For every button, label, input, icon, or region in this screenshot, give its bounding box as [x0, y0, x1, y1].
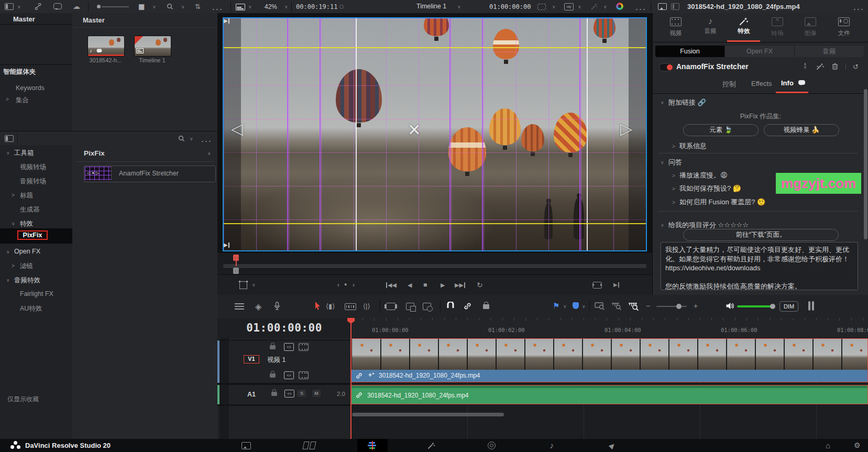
more-options-icon[interactable]	[213, 5, 222, 12]
chevron-down-icon[interactable]	[603, 5, 607, 9]
dim-audio-button[interactable]: DIM	[779, 301, 798, 312]
lock-icon[interactable]	[270, 345, 276, 349]
chevron-down-icon[interactable]	[248, 5, 252, 9]
viewer-scrub-bar[interactable]	[217, 253, 652, 274]
chevron-down-icon[interactable]	[661, 223, 664, 228]
download-page-button[interactable]: 前往“下载”页面。	[683, 229, 839, 241]
video-clip-selected[interactable]: ++ 3018542-hd_1920_1080_24fps.mp4	[351, 338, 868, 382]
annotations-icon[interactable]	[53, 3, 62, 9]
tab-file[interactable]: 文件	[829, 17, 859, 37]
page-media[interactable]	[232, 439, 261, 452]
proxy-hq-icon[interactable]: HQ	[564, 3, 574, 10]
more-options-icon[interactable]	[636, 5, 645, 12]
track-lanes[interactable]: ++ 3018542-hd_1920_1080_24fps.mp4 301854…	[351, 338, 868, 439]
chevron-right-icon[interactable]	[672, 144, 675, 149]
video-frame[interactable]: ◁ × ▷	[223, 17, 647, 251]
portfolio-button-elements[interactable]: 元素 🍃	[683, 124, 759, 136]
smart-bin-collections[interactable]: 集合	[16, 96, 29, 105]
film-frame-icon[interactable]	[299, 371, 309, 379]
tree-item-openfx[interactable]: Open FX	[0, 246, 72, 258]
thumb-size-slider[interactable]	[102, 6, 129, 7]
collapse-icon[interactable]	[207, 151, 211, 156]
dynamic-trim-icon[interactable]: ⟨|⟩	[363, 303, 370, 310]
enhancement-wand-icon[interactable]	[591, 3, 598, 10]
detail-tab-info-active[interactable]: Info	[781, 79, 794, 87]
plugin-enable-toggle[interactable]	[659, 63, 674, 71]
tree-item-audio-transitions[interactable]: 音频转场	[0, 175, 72, 187]
faq-item-fusion-overlay[interactable]: 如何启用 Fusion 覆盖层? 🤨	[679, 197, 765, 207]
video-track-name[interactable]: 视频 1	[267, 356, 285, 365]
page-fairlight[interactable]: ♪	[537, 439, 566, 452]
video-track-badge[interactable]: V1	[244, 355, 259, 363]
mixer-icon[interactable]	[808, 301, 810, 311]
gallery-stills-icon[interactable]	[658, 3, 667, 10]
overwrite-clip-icon[interactable]	[406, 303, 414, 310]
horizontal-scrollbar[interactable]	[352, 413, 504, 416]
search-icon[interactable]	[178, 135, 185, 142]
chevron-down-icon[interactable]	[578, 5, 581, 9]
inspector-scrollbar[interactable]	[864, 89, 867, 239]
range-pin[interactable]	[233, 268, 239, 274]
page-deliver[interactable]: ▶	[597, 439, 627, 452]
zoom-custom-icon[interactable]	[628, 302, 639, 311]
stretch-right-handle[interactable]: ▷	[620, 121, 632, 137]
insert-clip-icon[interactable]	[386, 303, 395, 310]
detail-tab-effects[interactable]: Effects	[751, 80, 772, 87]
tree-item-audiofx[interactable]: 音频特效	[0, 274, 72, 286]
media-clip-thumbnail[interactable]: ♪	[87, 36, 125, 57]
page-color[interactable]	[477, 439, 506, 452]
go-to-start-button[interactable]	[386, 282, 397, 288]
faq-item-presets[interactable]: 我如何保存预设? 🤔	[679, 184, 741, 193]
snapping-magnet-icon[interactable]	[446, 302, 455, 310]
bin-tab-master[interactable]: Master	[13, 15, 35, 23]
scrub-track[interactable]	[223, 263, 647, 269]
gear-icon[interactable]	[854, 442, 861, 449]
timeline-options-icon[interactable]	[235, 303, 244, 310]
transition-presets-icon[interactable]	[255, 303, 261, 311]
go-to-end-button[interactable]	[455, 282, 465, 288]
search-icon[interactable]	[167, 3, 173, 10]
chevron-down-icon[interactable]	[552, 5, 556, 9]
thumbnail-view-icon[interactable]	[138, 3, 145, 10]
mic-voiceover-icon[interactable]	[273, 302, 281, 311]
viewer-zoom-level[interactable]: 42%	[265, 3, 277, 10]
sort-icon[interactable]	[195, 3, 201, 10]
mute-button[interactable]: M	[312, 390, 321, 397]
reorder-icon[interactable]: ∧∨	[804, 63, 807, 70]
lightbox-icon[interactable]	[671, 3, 679, 10]
tab-video[interactable]: 视频	[661, 17, 690, 37]
replace-clip-icon[interactable]	[423, 303, 431, 310]
mode-tab-audio[interactable]: 音频	[794, 46, 864, 57]
razor-blade-icon[interactable]	[345, 303, 356, 310]
tree-item-titles[interactable]: 标题	[0, 190, 72, 201]
timeline-view-icon[interactable]	[236, 4, 245, 10]
tab-transitions[interactable]: × 转场	[763, 17, 792, 37]
tree-item-generators[interactable]: 生成器	[0, 204, 72, 215]
audio-clip-selected[interactable]: 3018542-hd_1920_1080_24fps.mp4	[351, 385, 868, 404]
zoom-in-button[interactable]: +	[694, 302, 698, 310]
volume-slider[interactable]	[737, 305, 774, 307]
chevron-down-icon[interactable]	[190, 137, 193, 141]
tab-audio[interactable]: ♪ 音频	[696, 17, 725, 35]
jog-left-icon[interactable]: ‹	[337, 282, 339, 288]
media-clip-name[interactable]: 3018542-h...	[87, 57, 124, 63]
customize-wand-icon[interactable]	[816, 63, 825, 70]
stop-button[interactable]: ■	[423, 282, 427, 288]
loop-playback-button[interactable]	[477, 281, 483, 289]
play-marker-icon[interactable]	[224, 242, 229, 248]
chevron-down-icon[interactable]	[252, 283, 256, 288]
solo-button[interactable]: S	[298, 390, 306, 397]
page-fusion[interactable]	[416, 439, 446, 452]
film-frame-icon[interactable]	[299, 343, 309, 351]
zoom-detail-icon[interactable]	[611, 302, 622, 310]
chevron-down-icon[interactable]	[582, 304, 586, 309]
faq-section-title[interactable]: 问答	[668, 158, 682, 167]
cloud-sync-icon[interactable]	[73, 3, 80, 10]
jog-right-icon[interactable]: ›	[353, 282, 355, 288]
detail-tab-controls[interactable]: 控制	[722, 80, 736, 89]
resolve-fx-color-icon[interactable]	[616, 3, 623, 10]
match-frame-icon[interactable]	[592, 282, 602, 289]
timeline-clip-name[interactable]: Timeline 1	[134, 57, 170, 63]
play-button[interactable]: ▶	[441, 282, 445, 288]
zoom-out-button[interactable]: −	[646, 302, 650, 310]
